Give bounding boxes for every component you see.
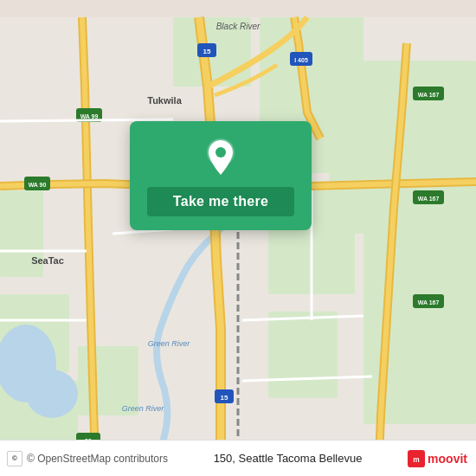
map-svg: 15 15 15 I 405 WA 99 99 WA 90 WA 167 WA … (0, 0, 476, 476)
svg-text:WA 167: WA 167 (418, 196, 440, 202)
svg-text:WA 90: WA 90 (29, 182, 47, 188)
svg-text:15: 15 (221, 394, 228, 402)
svg-text:Black River: Black River (216, 22, 261, 31)
moovit-icon: m (408, 450, 425, 467)
route-title: 150, Seattle Tacoma Bellevue (214, 452, 363, 465)
svg-point-13 (26, 370, 78, 418)
osm-logo: © (7, 451, 23, 466)
location-pin-icon (200, 137, 241, 178)
svg-point-50 (215, 147, 226, 158)
svg-text:WA 167: WA 167 (418, 299, 440, 306)
map-container: 15 15 15 I 405 WA 99 99 WA 90 WA 167 WA … (0, 0, 476, 476)
svg-text:WA 99: WA 99 (80, 113, 99, 119)
take-me-there-button[interactable]: Take me there (147, 187, 294, 216)
bottom-bar: © © OpenStreetMap contributors 150, Seat… (0, 440, 476, 476)
svg-text:WA 167: WA 167 (418, 92, 440, 98)
attribution-section: © © OpenStreetMap contributors (7, 451, 168, 466)
attribution-text: © OpenStreetMap contributors (27, 453, 168, 465)
svg-text:15: 15 (203, 48, 211, 55)
moovit-label: moovit (428, 452, 467, 466)
svg-text:SeaTac: SeaTac (31, 255, 64, 266)
overlay-card: Take me there (130, 121, 312, 230)
svg-text:I 405: I 405 (294, 57, 308, 63)
svg-rect-5 (268, 312, 338, 398)
svg-text:m: m (413, 455, 419, 464)
svg-text:Green River: Green River (148, 339, 191, 348)
moovit-brand: m moovit (408, 450, 467, 467)
svg-text:Tukwila: Tukwila (147, 95, 182, 106)
svg-text:Green River: Green River (122, 404, 165, 413)
